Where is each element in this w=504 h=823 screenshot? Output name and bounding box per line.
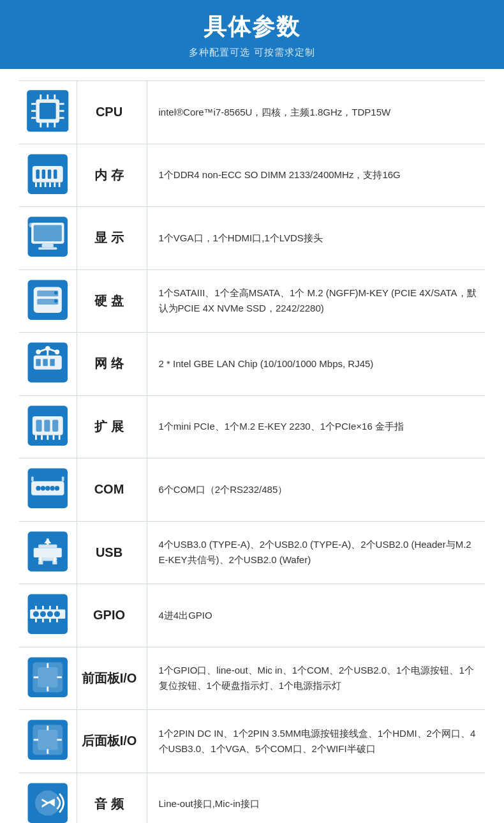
value-cell-memory: 1个DDR4 non-ECC SO DIMM 2133/2400MHz，支持16… xyxy=(147,144,485,207)
svg-point-63 xyxy=(45,486,50,490)
svg-rect-31 xyxy=(38,247,57,250)
icon-cell-rear-panel xyxy=(19,710,77,773)
svg-point-81 xyxy=(33,611,39,617)
svg-point-65 xyxy=(41,486,45,490)
label-cell-expand: 扩 展 xyxy=(77,395,147,458)
icon-cell-display xyxy=(19,207,77,270)
page-header: 具体参数 多种配置可选 可按需求定制 xyxy=(0,0,504,69)
value-cell-gpio: 4进4出GPIO xyxy=(147,584,485,647)
label-cell-gpio: GPIO xyxy=(77,584,147,647)
svg-point-49 xyxy=(55,350,59,354)
table-row: 内 存 1个DDR4 non-ECC SO DIMM 2133/2400MHz，… xyxy=(19,144,485,207)
svg-rect-30 xyxy=(42,244,54,248)
table-row: 音 频 Line-out接口,Mic-in接口 xyxy=(19,773,485,823)
table-row: 后面板I/O 1个2PIN DC IN、1个2PIN 3.5MM电源按钮接线盒、… xyxy=(19,710,485,773)
table-row: USB 4个USB3.0 (TYPE-A)、2个USB2.0 (TYPE-A)、… xyxy=(19,521,485,584)
svg-rect-95 xyxy=(38,668,57,686)
svg-point-84 xyxy=(54,611,60,617)
value-cell-network: 2 * Intel GBE LAN Chip (10/100/1000 Mbps… xyxy=(147,333,485,396)
label-cell-usb: USB xyxy=(77,521,147,584)
svg-rect-18 xyxy=(42,169,46,179)
icon-cell-cpu xyxy=(19,81,77,144)
svg-rect-41 xyxy=(36,359,40,366)
table-row: 前面板I/O 1个GPIO口、line-out、Mic in、1个COM、2个U… xyxy=(19,647,485,710)
svg-point-66 xyxy=(50,486,54,490)
svg-rect-42 xyxy=(43,359,47,366)
value-cell-com: 6个COM口（2个RS232/485） xyxy=(147,458,485,522)
value-cell-cpu: intel®Core™i7-8565U，四核，主频1.8GHz，TDP15W xyxy=(147,81,485,144)
label-cell-audio: 音 频 xyxy=(77,773,147,823)
svg-rect-43 xyxy=(50,359,54,366)
value-cell-display: 1个VGA口，1个HDMI口,1个LVDS接头 xyxy=(147,207,485,270)
icon-cell-com xyxy=(19,458,77,522)
page-subtitle: 多种配置可选 可按需求定制 xyxy=(13,47,491,59)
svg-rect-71 xyxy=(38,544,57,548)
icon-cell-usb xyxy=(19,521,77,584)
specs-table: CPU intel®Core™i7-8565U，四核，主频1.8GHz，TDP1… xyxy=(19,80,485,823)
svg-point-37 xyxy=(54,291,58,294)
value-cell-rear-panel: 1个2PIN DC IN、1个2PIN 3.5MM电源按钮接线盒、1个HDMI、… xyxy=(147,710,485,773)
table-row: 显 示 1个VGA口，1个HDMI口,1个LVDS接头 xyxy=(19,207,485,270)
label-cell-memory: 内 存 xyxy=(77,144,147,207)
table-row: 硬 盘 1个SATAIII、1个全高MSATA、1个 M.2 (NGFF)M-K… xyxy=(19,269,485,333)
svg-point-47 xyxy=(45,346,50,351)
label-cell-network: 网 络 xyxy=(77,333,147,396)
table-row: CPU intel®Core™i7-8565U，四核，主频1.8GHz，TDP1… xyxy=(19,81,485,144)
svg-point-82 xyxy=(40,611,46,617)
icon-cell-memory xyxy=(19,144,77,207)
svg-rect-29 xyxy=(34,225,62,241)
value-cell-front-panel: 1个GPIO口、line-out、Mic in、1个COM、2个USB2.0、1… xyxy=(147,647,485,710)
icon-cell-audio xyxy=(19,773,77,823)
svg-rect-70 xyxy=(34,548,62,557)
svg-rect-77 xyxy=(38,561,43,564)
svg-point-83 xyxy=(47,611,53,617)
icon-cell-expand xyxy=(19,395,77,458)
svg-rect-78 xyxy=(52,561,57,564)
icon-cell-storage xyxy=(19,269,77,333)
icon-cell-gpio xyxy=(19,584,77,647)
svg-rect-52 xyxy=(36,419,41,431)
value-cell-audio: Line-out接口,Mic-in接口 xyxy=(147,773,485,823)
svg-point-64 xyxy=(55,486,59,490)
value-cell-storage: 1个SATAIII、1个全高MSATA、1个 M.2 (NGFF)M-KEY (… xyxy=(147,269,485,333)
table-row: 扩 展 1个mini PCIe、1个M.2 E-KEY 2230、1个PCIe×… xyxy=(19,395,485,458)
label-cell-com: COM xyxy=(77,458,147,522)
svg-point-48 xyxy=(36,350,40,354)
label-cell-rear-panel: 后面板I/O xyxy=(77,710,147,773)
svg-rect-67 xyxy=(31,476,34,481)
svg-rect-53 xyxy=(44,419,50,431)
svg-rect-68 xyxy=(62,476,64,481)
svg-rect-17 xyxy=(36,169,40,179)
label-cell-storage: 硬 盘 xyxy=(77,269,147,333)
label-cell-cpu: CPU xyxy=(77,81,147,144)
icon-cell-network xyxy=(19,333,77,396)
specs-content: CPU intel®Core™i7-8565U，四核，主频1.8GHz，TDP1… xyxy=(0,69,504,823)
icon-cell-front-panel xyxy=(19,647,77,710)
value-cell-usb: 4个USB3.0 (TYPE-A)、2个USB2.0 (TYPE-A)、2个US… xyxy=(147,521,485,584)
table-row: GPIO 4进4出GPIO xyxy=(19,584,485,647)
label-cell-display: 显 示 xyxy=(77,207,147,270)
svg-rect-20 xyxy=(54,169,57,179)
svg-point-32 xyxy=(29,223,33,227)
label-cell-front-panel: 前面板I/O xyxy=(77,647,147,710)
svg-rect-2 xyxy=(40,103,56,119)
svg-rect-102 xyxy=(38,730,57,749)
page-title: 具体参数 xyxy=(13,11,491,43)
svg-rect-19 xyxy=(48,169,52,179)
table-row: 网 络 2 * Intel GBE LAN Chip (10/100/1000 … xyxy=(19,333,485,396)
value-cell-expand: 1个mini PCIe、1个M.2 E-KEY 2230、1个PCIe×16 金… xyxy=(147,395,485,458)
svg-rect-54 xyxy=(52,419,58,431)
table-row: COM 6个COM口（2个RS232/485） xyxy=(19,458,485,522)
svg-point-62 xyxy=(36,486,40,490)
svg-point-38 xyxy=(54,299,58,303)
